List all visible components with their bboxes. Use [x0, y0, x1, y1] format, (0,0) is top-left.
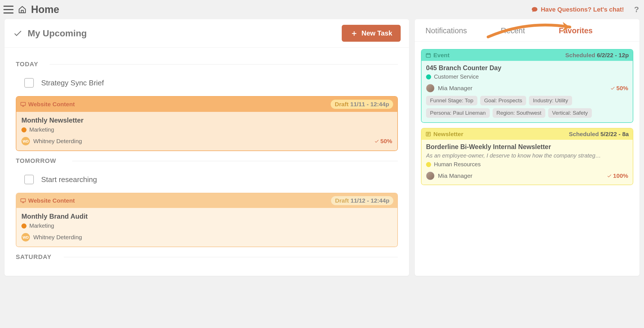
task-label: Strategy Sync Brief — [41, 79, 104, 87]
chat-icon — [531, 6, 538, 13]
avatar — [426, 84, 435, 92]
help-icon[interactable]: ? — [634, 5, 639, 14]
color-dot — [21, 223, 27, 229]
task-checkbox[interactable] — [24, 175, 34, 184]
color-dot — [426, 74, 431, 79]
task-row[interactable]: Start researching — [16, 169, 398, 190]
category-label: Human Resources — [434, 161, 481, 168]
status-datetime: 11/11 - 12:44p — [350, 101, 389, 108]
check-icon — [13, 28, 23, 38]
favorite-card-newsletter[interactable]: Newsletter Scheduled 5/2/22 - 8a Borderl… — [421, 128, 633, 185]
tag[interactable]: Goal: Prospects — [480, 96, 526, 105]
scheduled-label: Scheduled — [569, 131, 599, 137]
scheduled-datetime: 6/2/22 - 12p — [597, 52, 629, 58]
color-dot — [426, 162, 431, 167]
tabs: Notifications Recent Favorites — [415, 19, 639, 42]
monitor-icon — [20, 101, 26, 107]
status-text: Draft — [335, 101, 349, 108]
day-heading-today: TODAY — [16, 61, 398, 68]
calendar-icon — [425, 52, 431, 58]
assignee-name: Whitney Deterding — [33, 234, 82, 241]
card-type-label: Website Content — [28, 197, 75, 204]
assignee-name: Mia Manager — [438, 172, 473, 179]
upcoming-panel: My Upcoming ＋ New Task TODAY Strategy Sy… — [5, 19, 409, 276]
tag[interactable]: Vertical: Safety — [548, 108, 592, 118]
avatar: WD — [21, 137, 30, 145]
card-category: Marketing — [21, 223, 392, 229]
monitor-icon — [20, 198, 26, 203]
task-label: Start researching — [41, 175, 97, 184]
tag[interactable]: Funnel Stage: Top — [426, 96, 477, 105]
menu-icon[interactable] — [3, 6, 14, 14]
tag-row: Funnel Stage: Top Goal: Prospects Indust… — [426, 96, 628, 118]
category-label: Marketing — [29, 223, 54, 229]
topbar: Home Have Questions? Let's chat! ? — [0, 0, 644, 19]
tag[interactable]: Industry: Utility — [529, 96, 572, 105]
favorites-panel: Notifications Recent Favorites Event Sch… — [415, 19, 639, 276]
favorite-title: Borderline Bi-Weekly Internal Newsletter — [426, 143, 628, 151]
status-pill: Draft 11/11 - 12:44p — [330, 99, 393, 109]
card-title: Monthly Newsletter — [21, 116, 392, 124]
check-icon — [374, 139, 379, 144]
home-icon[interactable] — [18, 5, 27, 14]
favorite-category: Human Resources — [426, 161, 628, 168]
card-title: Monthly Brand Audit — [21, 212, 392, 220]
chat-link-label: Have Questions? Let's chat! — [541, 6, 624, 13]
category-label: Marketing — [29, 127, 54, 133]
status-text: Draft — [335, 197, 349, 204]
scheduled-datetime: 5/2/22 - 8a — [601, 131, 629, 137]
check-icon — [607, 173, 612, 178]
tab-recent[interactable]: Recent — [501, 26, 525, 35]
progress-value: 50% — [380, 138, 392, 145]
favorite-type-label: Event — [433, 52, 449, 59]
svg-rect-0 — [21, 102, 26, 105]
newsletter-icon — [425, 131, 431, 137]
assignee-name: Mia Manager — [438, 85, 473, 92]
task-row[interactable]: Strategy Sync Brief — [16, 72, 398, 94]
status-datetime: 11/12 - 12:44p — [350, 197, 389, 204]
category-label: Customer Service — [434, 74, 479, 80]
svg-rect-1 — [21, 199, 26, 202]
day-heading-saturday: SATURDAY — [16, 253, 398, 261]
chat-link[interactable]: Have Questions? Let's chat! — [531, 6, 624, 13]
favorite-type-label: Newsletter — [433, 131, 463, 138]
svg-rect-2 — [426, 54, 431, 57]
task-checkbox[interactable] — [24, 78, 34, 88]
progress-indicator: 50% — [610, 85, 628, 92]
progress-value: 50% — [616, 85, 628, 92]
card-category: Marketing — [21, 127, 392, 133]
upcoming-heading: My Upcoming — [28, 28, 87, 39]
content-card[interactable]: Website Content Draft 11/11 - 12:44p Mon… — [16, 96, 398, 151]
favorite-description: As an employee-owner, I deserve to know … — [426, 152, 628, 159]
avatar — [426, 172, 435, 180]
assignee-name: Whitney Deterding — [33, 138, 82, 145]
check-icon — [610, 86, 615, 91]
status-pill: Draft 11/12 - 12:44p — [331, 196, 393, 205]
favorite-title: 045 Branch Counter Day — [426, 64, 628, 72]
progress-indicator: 50% — [374, 138, 392, 145]
tag[interactable]: Persona: Paul Lineman — [426, 108, 490, 118]
progress-value: 100% — [613, 172, 628, 179]
tag[interactable]: Region: Southwest — [493, 108, 546, 118]
new-task-label: New Task — [361, 29, 392, 37]
scheduled-label: Scheduled — [565, 52, 595, 58]
card-type-label: Website Content — [28, 101, 75, 108]
favorite-category: Customer Service — [426, 74, 628, 80]
day-heading-tomorrow: TOMORROW — [16, 157, 398, 165]
page-title: Home — [31, 4, 59, 15]
favorite-card-event[interactable]: Event Scheduled 6/2/22 - 12p 045 Branch … — [421, 49, 633, 123]
progress-indicator: 100% — [607, 172, 628, 179]
tab-notifications[interactable]: Notifications — [425, 26, 467, 35]
avatar: WD — [21, 233, 30, 241]
color-dot — [21, 127, 27, 132]
content-card[interactable]: Website Content Draft 11/12 - 12:44p Mon… — [16, 193, 398, 247]
new-task-button[interactable]: ＋ New Task — [342, 25, 401, 42]
tab-favorites[interactable]: Favorites — [559, 26, 593, 35]
